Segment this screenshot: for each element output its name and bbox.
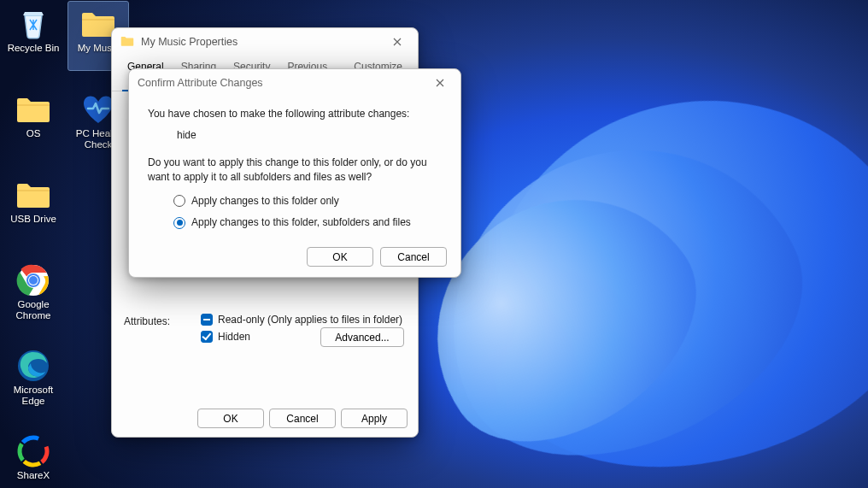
confirm-change: hide	[177, 128, 442, 143]
close-icon	[393, 38, 402, 46]
desktop-icon-label: Google Chrome	[4, 299, 62, 321]
confirm-cancel-button[interactable]: Cancel	[380, 247, 447, 267]
folder-icon	[15, 91, 52, 128]
properties-cancel-button[interactable]: Cancel	[269, 409, 336, 428]
edge-icon	[15, 347, 52, 385]
desktop-icon-label: USB Drive	[10, 214, 56, 225]
radio-recursive[interactable]: Apply changes to this folder, subfolders…	[173, 215, 442, 230]
svg-point-5	[17, 435, 50, 467]
chrome-icon	[15, 262, 52, 299]
readonly-checkbox[interactable]	[201, 314, 213, 326]
readonly-label: Read-only (Only applies to files in fold…	[218, 314, 402, 326]
confirm-footer: OK Cancel	[307, 247, 447, 267]
svg-point-6	[17, 435, 50, 467]
desktop-icon-edge[interactable]: Microsoft Edge	[3, 344, 63, 412]
hidden-label: Hidden	[218, 331, 250, 343]
confirm-close-button[interactable]	[428, 73, 452, 93]
desktop-icon-recycle-bin[interactable]: Recycle Bin	[3, 2, 63, 70]
desktop-icon-sharex[interactable]: ShareX	[3, 429, 63, 488]
properties-title: My Music Properties	[141, 36, 238, 48]
desktop-icon-label: Recycle Bin	[8, 43, 60, 54]
folder-icon	[15, 176, 52, 214]
desktop-icon-label: ShareX	[17, 470, 50, 481]
radio-folder-only[interactable]: Apply changes to this folder only	[173, 194, 442, 209]
recycle-bin-icon	[15, 5, 52, 43]
radio-button[interactable]	[173, 195, 185, 207]
close-icon	[436, 79, 444, 87]
confirm-dialog: Confirm Attribute Changes You have chose…	[128, 68, 461, 278]
properties-close-button[interactable]	[385, 32, 409, 52]
radio-button[interactable]	[173, 217, 185, 229]
svg-point-3	[29, 276, 38, 285]
properties-ok-button[interactable]: OK	[197, 409, 264, 428]
desktop-icon-os[interactable]: OS	[3, 87, 63, 156]
properties-titlebar[interactable]: My Music Properties	[112, 28, 418, 56]
folder-icon	[120, 35, 134, 49]
confirm-title: Confirm Attribute Changes	[138, 77, 263, 89]
svg-point-7	[17, 435, 50, 467]
desktop-icon-usb-drive[interactable]: USB Drive	[3, 173, 63, 241]
advanced-button[interactable]: Advanced...	[320, 327, 404, 347]
hidden-checkbox[interactable]	[201, 331, 213, 343]
readonly-checkbox-row[interactable]: Read-only (Only applies to files in fold…	[201, 314, 406, 326]
confirm-question: Do you want to apply this change to this…	[148, 156, 442, 185]
confirm-intro: You have chosen to make the following at…	[148, 107, 442, 121]
confirm-titlebar[interactable]: Confirm Attribute Changes	[129, 69, 460, 97]
properties-footer: OK Cancel Apply	[197, 409, 408, 428]
properties-apply-button[interactable]: Apply	[341, 409, 408, 428]
confirm-ok-button[interactable]: OK	[307, 247, 373, 267]
sharex-icon	[15, 432, 52, 470]
radio-label-folder-only: Apply changes to this folder only	[191, 194, 339, 209]
desktop-icon-label: OS	[26, 128, 41, 139]
desktop-icon-label: Microsoft Edge	[4, 385, 62, 407]
attributes-label: Attributes:	[124, 314, 180, 327]
desktop-icon-chrome[interactable]: Google Chrome	[3, 258, 63, 326]
radio-label-recursive: Apply changes to this folder, subfolders…	[191, 215, 411, 230]
svg-point-8	[17, 435, 50, 467]
